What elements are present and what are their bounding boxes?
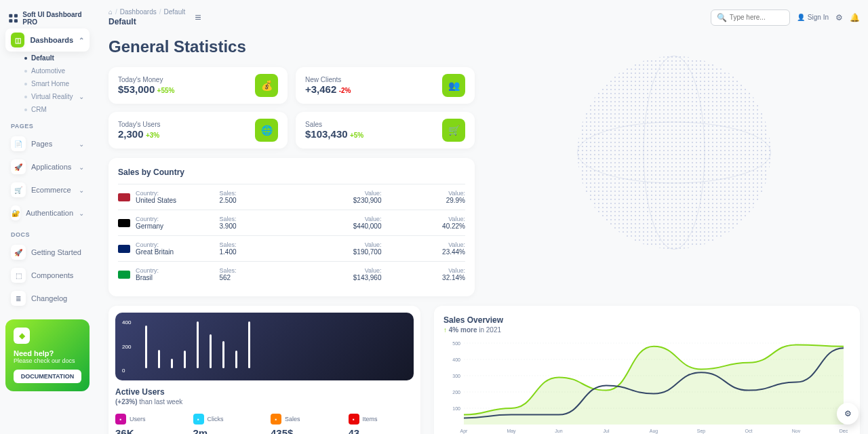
page-title: General Statistics — [108, 37, 475, 56]
sidebar-sub-default[interactable]: Default — [19, 52, 90, 64]
section-pages: PAGES — [5, 116, 90, 132]
search-field[interactable] — [730, 14, 784, 21]
sidebar-sub-automotive[interactable]: Automotive — [19, 64, 90, 77]
svg-text:Jul: Jul — [604, 429, 610, 433]
menu-toggle-icon[interactable]: ≡ — [195, 12, 201, 24]
help-card: ◆ Need help? Please check our docs DOCUM… — [5, 319, 90, 391]
page-current: Default — [108, 17, 185, 26]
bar — [248, 321, 250, 368]
chevron-down-icon: ⌄ — [79, 186, 84, 194]
breadcrumb-root[interactable]: Dashboards — [120, 8, 157, 16]
flag-icon — [118, 193, 130, 201]
svg-text:Nov: Nov — [792, 429, 801, 433]
overview-title: Sales Overview — [443, 315, 850, 325]
bar — [210, 334, 212, 368]
table-row: Country:Great Britain Sales:1.400 Value:… — [118, 235, 465, 261]
stat-value: $53,000 — [118, 83, 155, 95]
svg-rect-3 — [14, 19, 18, 22]
user-icon: 👤 — [797, 14, 805, 21]
stat-value: +3,462 — [305, 83, 336, 95]
sidebar-sub-virtual-reality[interactable]: Virtual Reality⌄ — [19, 90, 90, 103]
svg-text:200: 200 — [452, 390, 460, 395]
sidebar-item-changelog[interactable]: ≣Changelog — [5, 287, 90, 310]
diamond-icon: ◆ — [14, 328, 30, 344]
stat-label: Sales — [305, 121, 363, 128]
stat-icon: 💰 — [255, 74, 278, 97]
gear-icon: ⚙ — [844, 409, 852, 418]
stat-card: Today's Users2,300 +3%🌐 — [108, 112, 288, 149]
svg-text:Apr: Apr — [460, 429, 469, 434]
metric-icon: ▪ — [349, 414, 359, 425]
table-row: Country:Brasil Sales:562 Value:$143,960 … — [118, 261, 465, 287]
svg-rect-2 — [9, 19, 12, 22]
sidebar: Soft UI Dashboard PRO ◫ Dashboards ⌃ Def… — [0, 0, 95, 434]
help-title: Need help? — [14, 349, 81, 357]
nav-icon: 🚀 — [11, 159, 26, 174]
dot-icon — [24, 57, 27, 60]
active-users-card: 4002000 Active Users (+23%) than last we… — [108, 306, 420, 434]
flag-icon — [118, 219, 130, 227]
brand-text: Soft UI Dashboard PRO — [22, 11, 87, 26]
svg-rect-1 — [14, 14, 18, 18]
metric: ▪Users36K — [115, 414, 181, 434]
svg-text:Sep: Sep — [697, 429, 706, 434]
sidebar-item-authentication[interactable]: 🔐Authentication⌄ — [5, 201, 90, 224]
sidebar-item-components[interactable]: ⬚Components — [5, 264, 90, 287]
sidebar-sub-crm[interactable]: CRM — [19, 103, 90, 116]
stat-label: Today's Money — [118, 76, 174, 83]
breadcrumb: ⌂ / Dashboards / Default — [108, 8, 185, 16]
country-title: Sales by Country — [118, 167, 465, 177]
globe — [488, 37, 860, 268]
sidebar-item-dashboards[interactable]: ◫ Dashboards ⌃ — [5, 28, 90, 52]
stat-delta: +55% — [157, 87, 175, 94]
stat-card: Today's Money$53,000 +55%💰 — [108, 67, 288, 104]
stat-card: Sales$103,430 +5%🛒 — [296, 112, 475, 149]
metric: ▪Clicks2m — [193, 414, 259, 434]
sidebar-item-getting-started[interactable]: 🚀Getting Started — [5, 241, 90, 264]
sidebar-item-applications[interactable]: 🚀Applications⌄ — [5, 155, 90, 178]
stat-card: New Clients+3,462 -2%👥 — [296, 67, 475, 104]
stat-value: $103,430 — [305, 128, 348, 140]
svg-rect-0 — [9, 14, 12, 18]
arrow-up-icon: ↑ — [443, 326, 447, 334]
search-input[interactable]: 🔍 — [711, 9, 790, 26]
dot-icon — [24, 83, 27, 85]
bar — [222, 341, 224, 368]
dot-icon — [24, 108, 27, 111]
svg-text:Aug: Aug — [650, 429, 658, 434]
stat-icon: 👥 — [442, 74, 465, 97]
gear-icon[interactable]: ⚙ — [835, 13, 843, 22]
bar — [158, 350, 160, 368]
nav-icon: 📄 — [11, 136, 26, 151]
nav-icon: 🛒 — [11, 182, 26, 197]
signin-label: Sign In — [808, 14, 829, 21]
bar — [184, 351, 186, 368]
brand-row: Soft UI Dashboard PRO — [5, 8, 90, 28]
dot-icon — [24, 96, 27, 98]
documentation-button[interactable]: DOCUMENTATION — [14, 370, 81, 383]
chevron-down-icon: ⌄ — [79, 163, 84, 171]
stat-delta: -2% — [339, 87, 351, 94]
overview-sub: ↑ 4% more in 2021 — [443, 326, 850, 334]
signin-link[interactable]: 👤 Sign In — [797, 14, 829, 21]
table-row: Country:United States Sales:2.500 Value:… — [118, 184, 465, 210]
table-row: Country:Germany Sales:3.900 Value:$440,0… — [118, 210, 465, 235]
flag-icon — [118, 245, 130, 253]
shop-icon: ◫ — [11, 33, 24, 47]
nav-icon: ⬚ — [11, 268, 26, 283]
bar — [197, 321, 199, 368]
svg-text:500: 500 — [452, 341, 460, 346]
bell-icon[interactable]: 🔔 — [850, 13, 860, 22]
bar — [145, 326, 147, 368]
stat-delta: +3% — [146, 132, 159, 139]
active-users-sub: (+23%) than last week — [115, 398, 414, 406]
bar-chart: 4002000 — [115, 313, 414, 380]
metric: ▪Items43 — [349, 414, 414, 434]
sidebar-sub-smart-home[interactable]: Smart Home — [19, 77, 90, 90]
sidebar-item-ecommerce[interactable]: 🛒Ecommerce⌄ — [5, 178, 90, 201]
stat-label: New Clients — [305, 76, 351, 83]
bar — [171, 359, 173, 368]
sidebar-item-pages[interactable]: 📄Pages⌄ — [5, 132, 90, 155]
settings-fab[interactable]: ⚙ — [837, 403, 859, 425]
home-icon[interactable]: ⌂ — [108, 8, 113, 16]
